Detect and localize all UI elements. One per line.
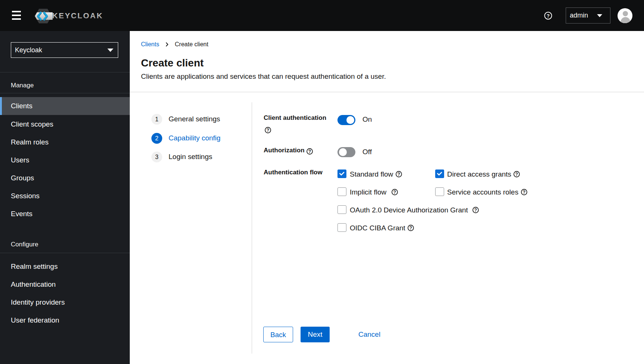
svg-text:?: ? [398,172,400,177]
svg-text:?: ? [393,190,396,195]
svg-text:KEYCLOAK: KEYCLOAK [52,11,103,20]
svg-text:?: ? [474,208,477,213]
svg-text:?: ? [308,149,311,154]
svg-text:?: ? [523,190,525,195]
svg-text:?: ? [267,128,269,133]
svg-text:?: ? [409,225,412,231]
svg-text:?: ? [547,13,550,19]
svg-text:?: ? [515,172,518,177]
